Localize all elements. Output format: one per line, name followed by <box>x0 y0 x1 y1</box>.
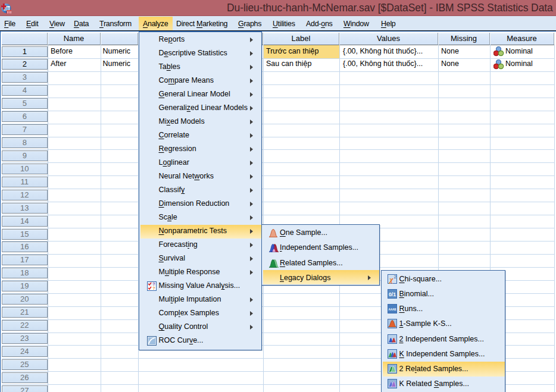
svg-text:2: 2 <box>393 274 396 280</box>
svg-text:?: ? <box>152 286 155 290</box>
svg-text:?: ? <box>152 282 155 286</box>
svg-text:0/1: 0/1 <box>389 291 396 297</box>
svg-text:AAAB: AAAB <box>388 308 396 311</box>
svg-text:χ: χ <box>388 275 393 284</box>
